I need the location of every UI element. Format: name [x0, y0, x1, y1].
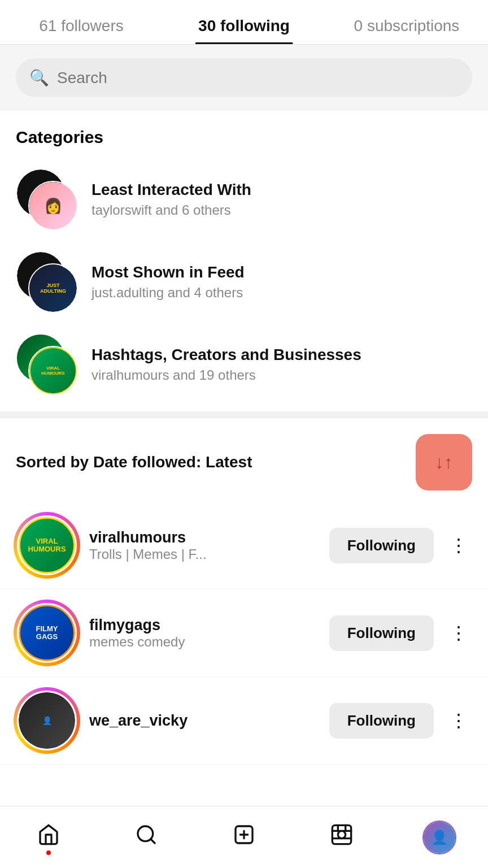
avatar-woman-1: 👩 — [29, 182, 77, 229]
username-vicky: we_are_vicky — [89, 712, 318, 730]
category-item-most-shown[interactable]: D JUSTADULTING Most Shown in Feed just.a… — [16, 241, 472, 323]
categories-section: Categories ● 👩 Least Interacted With tay… — [0, 111, 488, 411]
user-info-viralhumours: viralhumours Trolls | Memes | F... — [89, 529, 318, 562]
following-item-filmygags: FILMYGAGS filmygags memes comedy Followi… — [0, 589, 488, 677]
sort-button[interactable]: ↓↑ — [416, 434, 472, 491]
tab-following[interactable]: 30 following — [163, 7, 325, 44]
category-avatars-2: D JUSTADULTING — [16, 251, 78, 313]
viral-humours-avatar: VIRALHUMOURS — [19, 517, 75, 574]
nav-reels[interactable] — [319, 818, 364, 857]
more-button-filmygags[interactable]: ⋮ — [445, 622, 472, 644]
search-nav-icon — [135, 823, 158, 851]
filmy-gags-avatar: FILMYGAGS — [19, 605, 75, 661]
category-sub-1: taylorswift and 6 others — [91, 202, 472, 218]
more-button-viralhumours[interactable]: ⋮ — [445, 535, 472, 556]
bio-filmygags: memes comedy — [89, 634, 318, 650]
sorted-header: Sorted by Date followed: Latest ↓↑ — [16, 434, 472, 491]
category-avatars-1: ● 👩 — [16, 168, 78, 231]
category-item-least-interacted[interactable]: ● 👩 Least Interacted With taylorswift an… — [16, 158, 472, 241]
category-sub-3: viralhumours and 19 others — [91, 367, 472, 383]
category-info-3: Hashtags, Creators and Businesses viralh… — [91, 346, 472, 383]
svg-line-1 — [151, 839, 155, 843]
following-button-filmygags[interactable]: Following — [329, 615, 434, 651]
search-container: 🔍 — [0, 45, 488, 111]
category-item-hashtags[interactable]: VIRALHUMOURS Hashtags, Creators and Busi… — [16, 323, 472, 406]
svg-rect-5 — [332, 825, 351, 844]
user-info-vicky: we_are_vicky — [89, 712, 318, 730]
avatar-viral-3: VIRALHUMOURS — [29, 347, 77, 394]
bottom-nav: 👤 — [0, 806, 488, 868]
categories-title: Categories — [16, 128, 472, 147]
nav-home[interactable] — [26, 818, 71, 857]
user-info-filmygags: filmygags memes comedy — [89, 617, 318, 650]
user-avatar-vicky[interactable]: 👤 — [16, 689, 78, 752]
avatar-ring-img-1: VIRALHUMOURS — [19, 517, 75, 574]
section-divider — [0, 411, 488, 418]
following-item-vicky: 👤 we_are_vicky Following ⋮ — [0, 677, 488, 765]
sorted-section: Sorted by Date followed: Latest ↓↑ — [0, 418, 488, 491]
reels-icon — [330, 823, 353, 851]
username-filmygags: filmygags — [89, 617, 318, 634]
category-name-1: Least Interacted With — [91, 181, 472, 199]
more-button-vicky[interactable]: ⋮ — [445, 710, 472, 731]
vicky-avatar: 👤 — [19, 692, 75, 749]
avatar-front-2: JUSTADULTING — [28, 263, 78, 313]
search-box: 🔍 — [16, 58, 472, 97]
svg-point-6 — [338, 831, 345, 838]
home-notification-dot — [46, 850, 51, 855]
nav-search[interactable] — [124, 818, 169, 857]
user-avatar-viralhumours[interactable]: VIRALHUMOURS — [16, 514, 78, 576]
username-viralhumours: viralhumours — [89, 529, 318, 546]
category-avatars-3: VIRALHUMOURS — [16, 333, 78, 396]
bio-viralhumours: Trolls | Memes | F... — [89, 546, 318, 562]
profile-avatar-inner: 👤 — [424, 822, 455, 853]
search-input[interactable] — [57, 69, 459, 87]
avatar-just-2: JUSTADULTING — [29, 264, 77, 312]
category-sub-2: just.adulting and 4 others — [91, 285, 472, 301]
category-name-3: Hashtags, Creators and Businesses — [91, 346, 472, 364]
avatar-front-1: 👩 — [28, 181, 78, 231]
following-button-viralhumours[interactable]: Following — [329, 528, 434, 563]
category-info-1: Least Interacted With taylorswift and 6 … — [91, 181, 472, 218]
following-item-viralhumours: VIRALHUMOURS viralhumours Trolls | Memes… — [0, 502, 488, 589]
search-icon: 🔍 — [29, 68, 49, 87]
following-list: VIRALHUMOURS viralhumours Trolls | Memes… — [0, 502, 488, 765]
add-icon — [233, 823, 255, 851]
avatar-ring-img-2: FILMYGAGS — [19, 605, 75, 661]
nav-add[interactable] — [221, 818, 267, 857]
tab-followers[interactable]: 61 followers — [0, 7, 163, 44]
avatar-front-3: VIRALHUMOURS — [28, 346, 78, 396]
category-info-2: Most Shown in Feed just.adulting and 4 o… — [91, 263, 472, 301]
user-avatar-filmygags[interactable]: FILMYGAGS — [16, 602, 78, 664]
sorted-label: Sorted by Date followed: Latest — [16, 453, 252, 471]
home-icon — [37, 823, 60, 851]
nav-profile[interactable]: 👤 — [417, 818, 462, 857]
tab-bar: 61 followers 30 following 0 subscription… — [0, 0, 488, 45]
profile-avatar: 👤 — [422, 821, 456, 854]
category-name-2: Most Shown in Feed — [91, 263, 472, 281]
tab-subscriptions[interactable]: 0 subscriptions — [325, 7, 488, 44]
following-button-vicky[interactable]: Following — [329, 703, 434, 739]
avatar-ring-img-3: 👤 — [19, 692, 75, 749]
